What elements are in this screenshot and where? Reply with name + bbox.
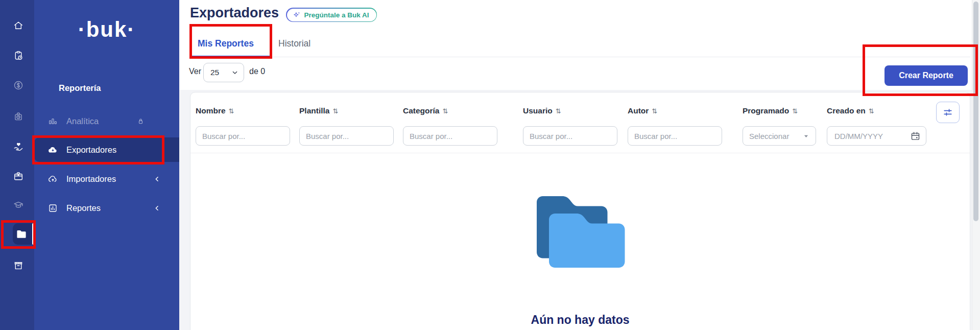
sort-icon[interactable]: ⇅ — [792, 107, 798, 115]
archive-icon[interactable] — [4, 254, 33, 277]
tab-bar: Mis Reportes Historial — [190, 31, 970, 57]
bag-clock-icon[interactable] — [4, 105, 33, 128]
date-input[interactable] — [833, 131, 910, 141]
graduation-cap-icon[interactable] — [4, 194, 33, 217]
column-header-creado-en[interactable]: Creado en⇅ — [827, 106, 874, 115]
total-count-label: de 0 — [249, 67, 265, 76]
reports-table-card: Nombre⇅ Plantilla⇅ Categoría⇅ Usuario⇅ A… — [190, 92, 970, 330]
tab-historial[interactable]: Historial — [278, 31, 310, 57]
filter-input-autor[interactable] — [628, 126, 722, 146]
lock-icon — [136, 116, 146, 126]
sidebar-section-title: Reportería — [59, 83, 101, 93]
sidebar-item-label: Importadores — [66, 174, 116, 184]
column-header-autor[interactable]: Autor⇅ — [628, 106, 657, 115]
sidebar-item-label: Exportadores — [66, 145, 116, 155]
column-header-categoria[interactable]: Categoría⇅ — [403, 106, 448, 115]
buk-logo: ·buk· — [34, 17, 179, 42]
cloud-download-icon — [47, 145, 58, 155]
ask-buk-ai-button[interactable]: Pregúntale a Buk AI — [286, 8, 377, 22]
page-size-value: 25 — [210, 68, 219, 77]
sidebar-item-reportes[interactable]: Reportes — [34, 196, 179, 220]
create-report-button[interactable]: Crear Reporte — [885, 65, 968, 86]
chevron-down-icon — [231, 68, 239, 77]
briefcase-icon[interactable] — [4, 165, 33, 187]
sort-icon[interactable]: ⇅ — [229, 107, 234, 115]
per-page-label: Ver — [189, 67, 201, 76]
hand-heart-icon[interactable] — [4, 135, 33, 158]
filter-select-programado[interactable]: Seleccionar — [743, 126, 816, 146]
caret-down-icon — [803, 133, 809, 139]
sidebar-item-label: Analítica — [66, 116, 99, 126]
clipboard-clock-icon[interactable] — [4, 44, 33, 67]
vertical-scrollbar-thumb[interactable] — [973, 2, 978, 221]
empty-state-folder-illustration — [530, 186, 632, 274]
sort-icon[interactable]: ⇅ — [869, 107, 874, 115]
filter-input-plantilla[interactable] — [299, 126, 394, 146]
main-content: Exportadores Pregúntale a Buk AI Mis Rep… — [179, 0, 980, 330]
chevron-left-icon[interactable] — [153, 175, 161, 183]
money-icon[interactable] — [4, 74, 33, 97]
sort-icon[interactable]: ⇅ — [652, 107, 657, 115]
column-header-plantilla[interactable]: Plantilla⇅ — [299, 106, 338, 115]
icon-rail — [0, 0, 34, 330]
filter-date-creado-en[interactable] — [827, 126, 926, 146]
chevron-left-icon[interactable] — [153, 204, 161, 212]
sliders-icon — [942, 107, 953, 118]
sort-icon[interactable]: ⇅ — [443, 107, 448, 115]
sidebar-item-analitica[interactable]: Analítica — [34, 109, 179, 133]
filter-input-categoria[interactable] — [403, 126, 497, 146]
sparkle-icon — [293, 11, 301, 19]
column-header-nombre[interactable]: Nombre⇅ — [196, 106, 234, 115]
sidebar-item-label: Reportes — [66, 203, 101, 213]
home-icon[interactable] — [4, 14, 33, 37]
filter-input-usuario[interactable] — [523, 126, 617, 146]
table-header-divider — [190, 153, 970, 153]
sidebar-item-exportadores[interactable]: Exportadores — [34, 137, 179, 162]
page-size-select[interactable]: 25 — [203, 63, 244, 82]
column-header-usuario[interactable]: Usuario⇅ — [523, 106, 561, 115]
empty-state-message: Aún no hay datos — [190, 313, 970, 327]
page-title: Exportadores — [190, 5, 279, 21]
sort-icon[interactable]: ⇅ — [556, 107, 561, 115]
calendar-icon[interactable] — [910, 131, 921, 142]
report-chart-icon — [47, 203, 58, 214]
column-header-programado[interactable]: Programado⇅ — [743, 106, 798, 115]
folder-icon[interactable] — [7, 223, 36, 245]
active-tab-underline — [192, 56, 270, 57]
filter-input-nombre[interactable] — [196, 126, 290, 146]
ask-buk-ai-label: Pregúntale a Buk AI — [304, 11, 369, 19]
bar-chart-icon — [47, 116, 58, 127]
sidebar: ·buk· Reportería Analítica Exportadores … — [34, 0, 179, 330]
cloud-upload-icon — [47, 174, 58, 184]
sort-icon[interactable]: ⇅ — [332, 107, 338, 115]
sidebar-item-importadores[interactable]: Importadores — [34, 167, 179, 191]
column-settings-button[interactable] — [936, 102, 960, 123]
tab-mis-reportes[interactable]: Mis Reportes — [198, 31, 254, 57]
